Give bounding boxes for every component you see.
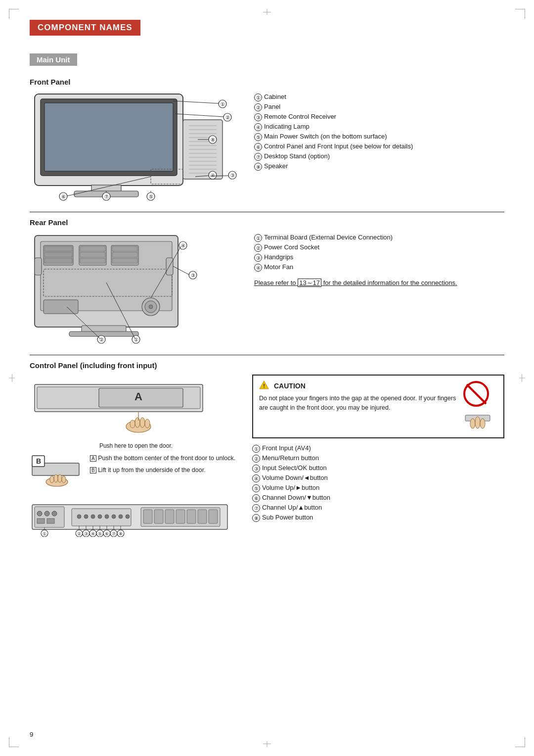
corner-mark-br xyxy=(515,737,525,747)
rear-panel-title: Rear Panel xyxy=(30,218,504,227)
svg-text:④: ④ xyxy=(91,531,95,536)
divider-2 xyxy=(30,355,504,355)
ctrl-item-4: ④Volume Down/◄button xyxy=(252,474,504,482)
front-item-1: ①Cabinet xyxy=(254,93,504,101)
svg-point-85 xyxy=(135,418,140,427)
svg-point-106 xyxy=(84,515,88,519)
rear-panel-note-link: Please refer to 13～17 for the detailed i… xyxy=(254,279,457,287)
svg-point-84 xyxy=(130,420,135,428)
front-item-6: ⑥Control Panel and Front Input (see belo… xyxy=(254,142,504,151)
svg-rect-47 xyxy=(44,246,72,251)
front-panel-svg: ① ② ⑧ ④ ③ ⑥ xyxy=(30,90,237,201)
ctrl-item-1: ①Front Input (AV4) xyxy=(252,444,504,453)
divider-1 xyxy=(30,212,504,212)
control-panel-list: ①Front Input (AV4) ②Menu/Return button ③… xyxy=(252,444,504,522)
control-panel-title: Control Panel (including front input) xyxy=(30,361,504,370)
b-section: B A Push the bottom center of the front … xyxy=(30,453,242,493)
svg-rect-118 xyxy=(187,510,196,523)
svg-rect-51 xyxy=(80,246,105,251)
front-panel-list: ①Cabinet ②Panel ③Remote Control Receiver… xyxy=(254,93,504,171)
crosshair-top-h xyxy=(263,12,271,12)
svg-text:①: ① xyxy=(43,531,46,536)
front-panel-diagram-area: ① ② ⑧ ④ ③ ⑥ xyxy=(30,90,242,203)
page-number: 9 xyxy=(30,731,33,738)
svg-point-64 xyxy=(149,305,153,309)
rear-panel-items: ①Terminal Board (External Device Connect… xyxy=(254,231,504,346)
svg-text:②: ② xyxy=(225,115,230,120)
caution-title: ! CAUTION xyxy=(259,380,458,391)
svg-rect-102 xyxy=(37,519,44,523)
svg-point-152 xyxy=(480,419,485,428)
door-instructions: A Push the bottom center of the front do… xyxy=(90,453,235,475)
push-door-text: Push here to open the door. xyxy=(30,442,242,449)
bottom-panel-svg: ① ② ③ ④ ⑤ ⑥ ⑦ ⑧ xyxy=(30,500,232,537)
rear-panel-section: ④ ③ ② ① ①Terminal Board (External Device… xyxy=(30,231,504,346)
svg-text:③: ③ xyxy=(84,531,88,536)
control-panel-two-col: A Push here to open the door. xyxy=(30,375,504,538)
front-item-5: ⑤Main Power Switch (on the bottom surfac… xyxy=(254,133,504,141)
control-panel-right: ! CAUTION Do not place your fingers into… xyxy=(252,375,504,538)
prohibition-icon xyxy=(463,380,497,432)
svg-rect-59 xyxy=(44,300,78,314)
svg-rect-49 xyxy=(44,258,72,263)
svg-point-110 xyxy=(112,515,116,519)
svg-point-111 xyxy=(119,515,123,519)
rear-panel-diagram-area: ④ ③ ② ① xyxy=(30,231,242,346)
svg-point-87 xyxy=(145,419,150,428)
corner-mark-tl xyxy=(9,9,19,19)
svg-point-99 xyxy=(37,511,42,516)
svg-text:④: ④ xyxy=(211,173,215,178)
svg-rect-56 xyxy=(112,252,137,257)
svg-rect-60 xyxy=(35,258,42,275)
svg-text:⑦: ⑦ xyxy=(112,531,116,536)
svg-point-150 xyxy=(470,419,475,428)
svg-text:②: ② xyxy=(77,531,81,536)
svg-text:②: ② xyxy=(99,337,104,342)
door-a-svg: A xyxy=(30,375,232,439)
component-names-banner: COMPONENT NAMES xyxy=(30,20,140,36)
svg-rect-119 xyxy=(198,510,207,523)
svg-rect-52 xyxy=(80,252,105,257)
svg-rect-66 xyxy=(69,331,138,336)
svg-point-96 xyxy=(62,476,66,483)
svg-point-93 xyxy=(50,476,54,483)
crosshair-bottom-h xyxy=(263,744,271,744)
caution-box: ! CAUTION Do not place your fingers into… xyxy=(252,375,504,438)
ctrl-item-3: ③Input Select/OK button xyxy=(252,464,504,472)
ctrl-item-7: ⑦Channel Up/▲button xyxy=(252,504,504,512)
svg-text:⑦: ⑦ xyxy=(104,194,109,199)
caution-text: Do not place your fingers into the gap a… xyxy=(259,394,458,413)
front-item-4: ④Indicating Lamp xyxy=(254,123,504,131)
ctrl-item-2: ②Menu/Return button xyxy=(252,454,504,463)
front-item-3: ③Remote Control Receiver xyxy=(254,113,504,121)
rear-item-1: ①Terminal Board (External Device Connect… xyxy=(254,234,504,242)
front-item-2: ②Panel xyxy=(254,103,504,111)
svg-rect-53 xyxy=(80,258,105,263)
svg-rect-116 xyxy=(165,510,174,523)
rear-panel-list: ①Terminal Board (External Device Connect… xyxy=(254,234,504,272)
ctrl-item-5: ⑤Volume Up/►button xyxy=(252,484,504,492)
rear-panel-svg: ④ ③ ② ① xyxy=(30,231,218,344)
svg-rect-120 xyxy=(209,510,218,523)
rear-item-2: ②Power Cord Socket xyxy=(254,243,504,252)
svg-point-95 xyxy=(58,474,62,482)
svg-rect-61 xyxy=(166,258,173,275)
caution-triangle-icon: ! xyxy=(259,380,269,391)
rear-panel-note: Please refer to 13～17 for the detailed i… xyxy=(254,279,504,287)
svg-point-112 xyxy=(126,515,130,519)
svg-text:⑤: ⑤ xyxy=(98,531,102,536)
svg-rect-55 xyxy=(112,246,137,251)
svg-rect-48 xyxy=(44,252,72,257)
svg-text:④: ④ xyxy=(181,243,185,248)
front-item-8: ⑧Speaker xyxy=(254,162,504,171)
control-panel-left: A Push here to open the door. xyxy=(30,375,242,538)
door-b-svg: B xyxy=(30,453,84,493)
rear-item-4: ④Motor Fan xyxy=(254,263,504,272)
svg-point-100 xyxy=(44,511,49,516)
svg-rect-2 xyxy=(44,103,173,171)
svg-text:③: ③ xyxy=(230,173,235,178)
svg-rect-103 xyxy=(47,519,54,523)
crosshair-bottom-v xyxy=(267,741,267,747)
svg-rect-115 xyxy=(154,510,163,523)
svg-point-101 xyxy=(52,511,57,516)
